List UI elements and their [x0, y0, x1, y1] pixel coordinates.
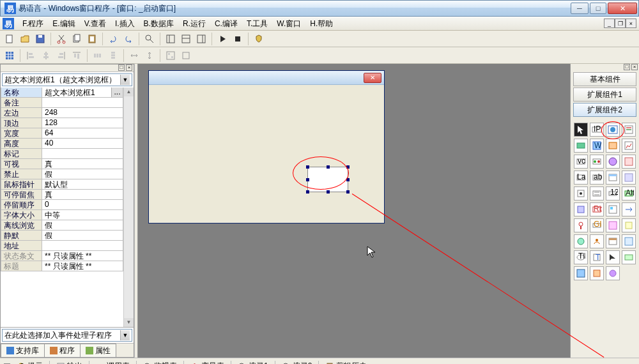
tool-i2[interactable]	[590, 266, 604, 280]
distribute-v-button[interactable]	[106, 49, 120, 63]
tab-program[interactable]: 程序	[44, 344, 81, 357]
bottom-tab-output[interactable]: 输出	[52, 360, 86, 364]
property-value[interactable]: 40	[42, 139, 123, 149]
tool-d3[interactable]: 123	[606, 186, 620, 201]
stop-button[interactable]	[231, 32, 245, 46]
bottom-tab-search1[interactable]: 搜寻1	[234, 360, 272, 364]
tool-ip-edit[interactable]: IP	[590, 123, 604, 137]
tool-b4[interactable]	[622, 155, 636, 169]
tab-properties[interactable]: 属性	[80, 344, 116, 357]
knowledge-button[interactable]	[252, 32, 266, 46]
distribute-h-button[interactable]	[91, 49, 105, 63]
tool-f1[interactable]	[574, 218, 588, 232]
property-row[interactable]: 备注	[1, 98, 123, 108]
tool-c4[interactable]	[622, 171, 636, 185]
tool-c1[interactable]: Label	[574, 171, 588, 185]
minimize-button[interactable]: ─	[571, 3, 589, 14]
palette-tab-ext2[interactable]: 扩展组件2	[573, 103, 636, 117]
bottom-tab-cliphistory[interactable]: 剪辑历史	[321, 360, 371, 364]
event-handler-select[interactable]: 在此处选择加入事件处理子程序 ▼	[2, 329, 132, 342]
property-row[interactable]: 宽度64	[1, 128, 123, 139]
lock-button[interactable]	[179, 49, 193, 63]
palette-tab-ext1[interactable]: 扩展组件1	[573, 87, 636, 102]
property-row[interactable]: 可停留焦点真	[1, 190, 123, 200]
tool-g3[interactable]	[606, 234, 620, 248]
redo-button[interactable]	[121, 32, 135, 46]
form-window[interactable]: ✕	[148, 70, 385, 224]
property-value[interactable]: 假	[42, 169, 123, 179]
align-right-button[interactable]	[54, 49, 68, 63]
property-value[interactable]	[42, 98, 123, 108]
menu-view[interactable]: V.查看	[80, 17, 111, 31]
tool-c2[interactable]: ab|	[590, 171, 604, 185]
property-value[interactable]: 中等	[42, 210, 123, 220]
property-row[interactable]: 静默假	[1, 231, 123, 241]
property-value[interactable]: 64	[42, 128, 123, 139]
tool-richtext[interactable]	[622, 123, 636, 137]
property-value[interactable]: 0	[42, 200, 123, 210]
property-row[interactable]: 离线浏览假	[1, 220, 123, 231]
tool-html-browser[interactable]	[606, 123, 620, 137]
tool-d1[interactable]	[574, 186, 588, 201]
tool-g4[interactable]	[622, 234, 636, 248]
property-value[interactable]: 假	[42, 231, 123, 241]
tool-f2[interactable]: GIF	[590, 218, 604, 232]
property-grid[interactable]: 名称超文本浏览框1...备注左边248顶边128宽度64高度40标记可视真禁止假…	[1, 87, 123, 327]
align-left-button[interactable]	[24, 49, 38, 63]
tool-a4[interactable]	[622, 139, 636, 153]
paste-button[interactable]	[85, 32, 99, 46]
layout2-button[interactable]	[179, 32, 193, 46]
property-browse-button[interactable]: ...	[111, 87, 123, 97]
mdi-minimize[interactable]: _	[604, 19, 615, 28]
menu-edit[interactable]: E.编辑	[48, 17, 79, 31]
tool-a3[interactable]	[606, 139, 620, 153]
palette-tab-basic[interactable]: 基本组件	[573, 72, 636, 86]
copy-button[interactable]	[70, 32, 84, 46]
same-height-button[interactable]	[142, 49, 157, 63]
property-value[interactable]: 默认型	[42, 179, 123, 190]
tool-e1[interactable]	[574, 202, 588, 216]
undo-button[interactable]	[106, 32, 120, 46]
property-row[interactable]: 高度40	[1, 139, 123, 149]
layout3-button[interactable]	[194, 32, 208, 46]
menu-compile[interactable]: C.编译	[210, 17, 242, 31]
property-row[interactable]: 状态条文本** 只读属性 **	[1, 251, 123, 261]
same-width-button[interactable]	[127, 49, 141, 63]
property-row[interactable]: 地址	[1, 241, 123, 251]
menu-help[interactable]: H.帮助	[305, 17, 337, 31]
tool-d2[interactable]	[590, 186, 604, 201]
tool-b1[interactable]: vcl	[574, 155, 588, 169]
tool-e3[interactable]	[606, 202, 620, 216]
property-value[interactable]	[42, 149, 123, 159]
property-value[interactable]: 假	[42, 220, 123, 231]
tool-a1[interactable]	[574, 139, 588, 153]
menu-run[interactable]: R.运行	[178, 17, 210, 31]
component-select[interactable]: 超文本浏览框1（超文本浏览框） ▼	[2, 73, 132, 86]
palette-pin-button[interactable]: □	[624, 64, 630, 70]
maximize-button[interactable]: □	[590, 3, 606, 14]
property-row[interactable]: 字体大小中等	[1, 210, 123, 220]
mdi-close[interactable]: ×	[626, 19, 636, 28]
tool-i1[interactable]	[574, 266, 588, 280]
property-row[interactable]: 标记	[1, 149, 123, 159]
property-value[interactable]: 真	[42, 190, 123, 200]
tool-g2[interactable]	[590, 234, 604, 248]
property-row[interactable]: 可视真	[1, 159, 123, 169]
html-browser-component[interactable]	[307, 167, 348, 192]
close-button[interactable]: ✕	[608, 3, 637, 14]
bottom-tab-callstack[interactable]: 调用表	[92, 360, 134, 364]
bottom-tab-vars[interactable]: ƒx变量表	[187, 360, 228, 364]
tool-e2[interactable]: Rb	[590, 202, 604, 216]
grid-button[interactable]	[3, 49, 17, 63]
property-row[interactable]: 标题** 只读属性 **	[1, 261, 123, 271]
bottom-tab-hint[interactable]: ?提示	[13, 360, 47, 364]
find-button[interactable]	[142, 32, 157, 46]
tool-pointer[interactable]	[574, 123, 588, 137]
tool-h4[interactable]	[622, 250, 636, 264]
menu-database[interactable]: B.数据库	[139, 17, 178, 31]
menu-tools[interactable]: T.工具	[242, 17, 272, 31]
menu-program[interactable]: F.程序	[18, 17, 48, 31]
save-button[interactable]	[33, 32, 47, 46]
run-button[interactable]	[215, 32, 229, 46]
tool-e4[interactable]	[622, 202, 636, 216]
